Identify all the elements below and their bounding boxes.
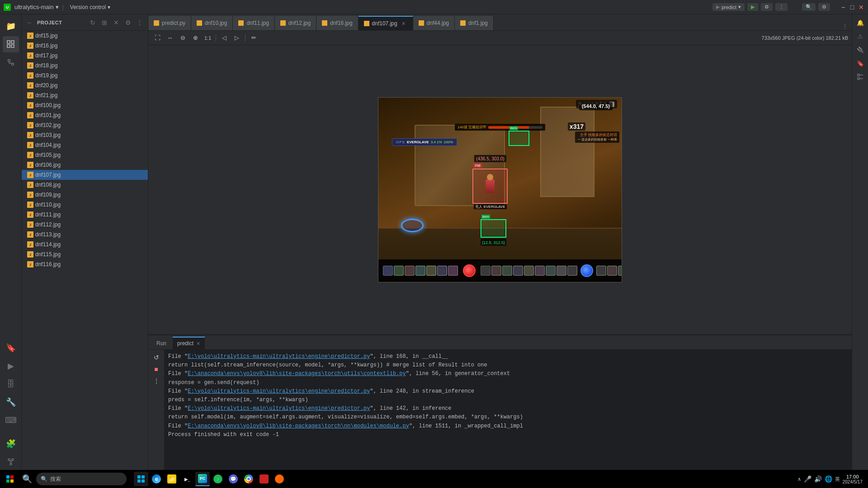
file-item[interactable]: J dnf105.jpg: [22, 150, 148, 160]
more-button[interactable]: ⋮: [775, 3, 788, 11]
bookmark-icon[interactable]: 🔖: [855, 58, 866, 69]
run-config-button[interactable]: ▶ predict ▾: [712, 3, 745, 11]
file-item[interactable]: J dnf102.jpg: [22, 120, 148, 130]
predict-tab-close[interactable]: ✕: [196, 341, 200, 347]
console-link[interactable]: E:\anaconda\envs\yolov8\lib\site-package…: [188, 423, 409, 429]
search-button-taskbar[interactable]: 🔍: [19, 471, 35, 487]
minimize-button[interactable]: −: [840, 4, 846, 10]
notifications-icon[interactable]: 🔔: [855, 17, 866, 28]
file-item[interactable]: J dnf15.jpg: [22, 31, 148, 41]
prev-image-button[interactable]: ◁: [219, 33, 230, 43]
taskbar-search-box[interactable]: 🔍 搜索: [36, 473, 127, 485]
taskbar-app-discord[interactable]: 💬: [226, 472, 241, 486]
file-item[interactable]: J dnf16.jpg: [22, 41, 148, 51]
editor-tab[interactable]: dnf11.jpg: [233, 16, 274, 30]
structure-icon[interactable]: [855, 71, 866, 82]
taskbar-app-chrome[interactable]: [241, 472, 256, 486]
sidebar-close-icon[interactable]: ✕: [112, 18, 121, 27]
activity-bookmark-icon[interactable]: 🔖: [3, 340, 19, 356]
taskbar-app-spotify[interactable]: ♪: [211, 472, 225, 486]
network-icon[interactable]: 🌐: [825, 475, 832, 483]
settings-button[interactable]: ⚙: [818, 3, 830, 11]
sidebar-more-icon[interactable]: ⋮: [135, 18, 144, 27]
file-item[interactable]: J dnf113.jpg: [22, 230, 148, 239]
services-icon[interactable]: 🔌: [855, 44, 866, 55]
taskbar-app-edge[interactable]: e: [149, 472, 164, 486]
fit-window-button[interactable]: ⛶: [152, 33, 163, 43]
stop-button[interactable]: ■: [151, 364, 161, 374]
zoom-out-button[interactable]: ⊖: [177, 33, 188, 43]
file-item[interactable]: J dnf101.jpg: [22, 110, 148, 120]
taskbar-app-terminal[interactable]: ▶_: [180, 472, 194, 486]
file-item[interactable]: J dnf114.jpg: [22, 239, 148, 249]
taskbar-app-unknown2[interactable]: [272, 472, 287, 486]
predict-tab[interactable]: predict ✕: [173, 337, 205, 349]
file-item[interactable]: J dnf116.jpg: [22, 259, 148, 269]
file-item[interactable]: J dnf21.jpg: [22, 90, 148, 100]
editor-tab[interactable]: dnf44.jpg: [413, 16, 455, 30]
file-item[interactable]: J dnf104.jpg: [22, 140, 148, 150]
console-link[interactable]: E:\anaconda\envs\yolov8\lib\site-package…: [188, 371, 406, 377]
editor-tab[interactable]: predict.py: [148, 16, 191, 30]
editor-tab[interactable]: dnf16.jpg: [316, 16, 358, 30]
tray-icon-up[interactable]: ∧: [797, 476, 801, 482]
file-item[interactable]: J dnf115.jpg: [22, 249, 148, 259]
zoom-in-button[interactable]: ⊕: [190, 33, 201, 43]
file-item[interactable]: J dnf106.jpg: [22, 160, 148, 170]
run-button[interactable]: ▶: [747, 3, 758, 11]
debug-button[interactable]: ⚙: [761, 3, 773, 11]
sidebar-gear-icon[interactable]: ⚙: [123, 18, 132, 27]
search-button[interactable]: 🔍: [802, 3, 816, 11]
file-item[interactable]: J dnf20.jpg: [22, 80, 148, 90]
file-item[interactable]: J dnf100.jpg: [22, 100, 148, 110]
problems-icon[interactable]: ⚠: [855, 31, 866, 42]
vcs-button[interactable]: Version control ▾: [67, 3, 113, 11]
editor-tab[interactable]: dnf1.jpg: [455, 16, 494, 30]
editor-tab[interactable]: dnf10.jpg: [191, 16, 233, 30]
clock[interactable]: 17:00 2024/5/17: [843, 474, 863, 484]
console-link[interactable]: E:\yolo\ultralytics-main\ultralytics\eng…: [188, 388, 370, 394]
maximize-button[interactable]: □: [849, 4, 855, 10]
file-item[interactable]: J dnf103.jpg: [22, 130, 148, 140]
sidebar-back-icon[interactable]: ←: [25, 18, 34, 27]
console-link[interactable]: E:\yolo\ultralytics-main\ultralytics\eng…: [188, 405, 370, 412]
taskbar-app-pycharm[interactable]: PC: [195, 472, 210, 486]
taskbar-app-settings[interactable]: [134, 472, 148, 486]
tab-more-button[interactable]: ⋮: [842, 23, 848, 30]
close-button[interactable]: ✕: [858, 4, 864, 10]
activity-tools-icon[interactable]: 🔧: [3, 394, 19, 410]
rerun-button[interactable]: ↺: [151, 352, 161, 362]
file-item[interactable]: J dnf108.jpg: [22, 180, 148, 190]
taskbar-app-unknown[interactable]: [257, 472, 271, 486]
sidebar-refresh-icon[interactable]: ↻: [88, 18, 97, 27]
editor-tab[interactable]: dnf12.jpg: [275, 16, 316, 30]
sidebar-collapse-icon[interactable]: ⊞: [100, 18, 109, 27]
activity-plugin-icon[interactable]: 🧩: [3, 436, 19, 452]
file-item[interactable]: J dnf111.jpg: [22, 210, 148, 220]
chevron-down-icon[interactable]: ▾: [56, 4, 59, 10]
file-item[interactable]: J dnf112.jpg: [22, 220, 148, 230]
activity-folder-icon[interactable]: 📁: [3, 18, 19, 34]
activity-project-icon[interactable]: [3, 36, 19, 52]
file-item[interactable]: J dnf107.jpg: [22, 170, 148, 180]
file-item[interactable]: J dnf110.jpg: [22, 200, 148, 210]
edit-button[interactable]: ✏: [248, 33, 259, 43]
activity-database-icon[interactable]: 🗄: [3, 376, 19, 392]
fit-width-button[interactable]: ↔: [165, 33, 175, 43]
mic-icon[interactable]: 🎤: [804, 475, 811, 483]
file-item[interactable]: J dnf109.jpg: [22, 190, 148, 200]
editor-tab[interactable]: dnf107.jpg ✕: [359, 16, 413, 30]
taskbar-app-explorer[interactable]: 📁: [165, 472, 179, 486]
start-button[interactable]: [2, 471, 18, 487]
file-item[interactable]: J dnf17.jpg: [22, 51, 148, 61]
speaker-icon[interactable]: 🔊: [814, 475, 822, 483]
file-item[interactable]: J dnf19.jpg: [22, 70, 148, 80]
more-options-button[interactable]: ⋮: [151, 376, 161, 386]
activity-terminal-icon[interactable]: ⌨: [3, 412, 19, 428]
next-image-button[interactable]: ▷: [231, 33, 242, 43]
run-tab[interactable]: Run: [152, 337, 171, 349]
activity-git-icon[interactable]: [3, 454, 19, 470]
console-link[interactable]: E:\yolo\ultralytics-main\ultralytics\eng…: [188, 353, 370, 360]
tab-close-button[interactable]: ✕: [400, 20, 407, 27]
activity-run-icon[interactable]: ▶: [3, 358, 19, 374]
